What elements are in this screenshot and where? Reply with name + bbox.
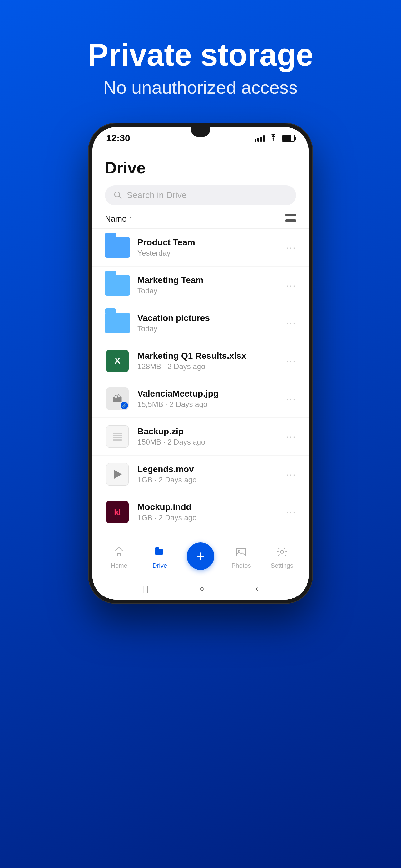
list-item[interactable]: X Marketing Q1 Results.xlsx 128MB · 2 Da… [93,342,308,380]
hero-section: Private storage No unauthorized access [88,0,313,123]
zip-lines [113,433,122,440]
file-meta: 128MB · 2 Days ago [137,362,278,371]
battery-icon [282,135,295,142]
list-item[interactable]: Id Mockup.indd 1GB · 2 Days ago ··· [93,493,308,531]
nav-label-home: Home [111,562,127,569]
zip-line [113,437,122,438]
video-icon [106,463,129,486]
more-options-icon[interactable]: ··· [286,317,296,329]
folder-icon-wrap [105,273,130,298]
nav-label-drive: Drive [153,562,167,569]
svg-point-8 [238,550,240,552]
file-meta: Yesterday [137,249,278,257]
more-options-icon[interactable]: ··· [286,355,296,367]
search-bar[interactable]: Search in Drive [105,185,296,205]
signal-bar-2 [257,138,259,142]
indd-icon: Id [106,501,129,523]
file-name: Legends.mov [137,464,278,474]
file-info: Mockup.indd 1GB · 2 Days ago [137,502,278,522]
svg-rect-6 [155,548,159,549]
phone-mockup: 12:30 [88,123,313,604]
list-item[interactable]: Vacation pictures Today ··· [93,304,308,342]
file-info: Marketing Q1 Results.xlsx 128MB · 2 Days… [137,351,278,371]
folder-icon-wrap [105,235,130,260]
file-meta: Today [137,324,278,333]
file-meta: 1GB · 2 Days ago [137,475,278,484]
folder-icon-wrap [105,311,130,336]
file-name: Backup.zip [137,427,278,436]
excel-icon-wrap: X [105,348,130,373]
file-meta: Today [137,286,278,295]
folder-icon [105,275,130,296]
sort-bar: Name ↑ [93,210,308,229]
file-meta: 15,5MB · 2 Days ago [137,400,278,409]
back-button[interactable]: ‹ [256,584,258,593]
recents-button[interactable]: ||| [143,584,149,593]
settings-icon [276,546,288,560]
file-info: Marketing Team Today [137,275,278,295]
indd-icon-wrap: Id [105,500,130,525]
signal-bar-4 [263,135,265,142]
nav-label-settings: Settings [271,562,293,569]
file-info: Backup.zip 150MB · 2 Days ago [137,427,278,446]
svg-point-0 [273,140,274,141]
nav-label-photos: Photos [231,562,251,569]
bottom-nav: Home Drive + [93,537,308,578]
file-list: Product Team Yesterday ··· Marketing Tea… [93,229,308,537]
list-item[interactable]: Legends.mov 1GB · 2 Days ago ··· [93,456,308,493]
list-item[interactable]: 🏔 🔗 ValenciaMeetup.jpg 15,5MB · 2 Days a… [93,380,308,418]
svg-line-2 [119,196,121,198]
app-content: Drive Search in Drive Name [93,149,308,599]
sort-arrow: ↑ [129,215,132,223]
wifi-icon [269,134,277,143]
more-options-icon[interactable]: ··· [286,469,296,480]
excel-icon: X [106,350,129,372]
status-time: 12:30 [106,133,130,144]
hero-subtitle: No unauthorized access [88,77,313,98]
search-placeholder: Search in Drive [127,190,187,200]
file-name: Vacation pictures [137,313,278,323]
battery-fill [282,135,291,141]
file-info: ValenciaMeetup.jpg 15,5MB · 2 Days ago [137,389,278,409]
signal-bar-3 [260,136,262,142]
file-meta: 1GB · 2 Days ago [137,514,278,522]
image-icon-wrap: 🏔 🔗 [105,386,130,411]
nav-item-photos[interactable]: Photos [226,546,257,569]
file-name: Marketing Q1 Results.xlsx [137,351,278,361]
nav-item-settings[interactable]: Settings [266,546,298,569]
nav-item-drive[interactable]: Drive [144,546,175,569]
sort-name: Name [105,214,127,224]
file-info: Product Team Yesterday [137,238,278,257]
view-toggle-icon[interactable] [286,213,296,224]
link-badge: 🔗 [121,402,128,409]
fab-add-button[interactable]: + [187,542,214,570]
file-info: Vacation pictures Today [137,313,278,333]
list-item[interactable]: Marketing Team Today ··· [93,267,308,304]
more-options-icon[interactable]: ··· [286,393,296,405]
video-icon-wrap [105,462,130,487]
sort-label[interactable]: Name ↑ [105,214,132,224]
zip-line [113,435,122,436]
zip-icon [106,425,129,448]
zip-line [113,433,122,434]
home-icon [113,546,125,560]
more-options-icon[interactable]: ··· [286,506,296,518]
home-button[interactable]: ○ [200,584,205,593]
image-icon: 🏔 🔗 [106,388,129,410]
signal-icon [255,135,265,142]
zip-icon-wrap [105,424,130,449]
more-options-icon[interactable]: ··· [286,280,296,291]
phone-screen: 12:30 [93,127,308,599]
more-options-icon[interactable]: ··· [286,431,296,442]
file-name: Marketing Team [137,275,278,285]
folder-icon [105,237,130,258]
folder-icon [105,313,130,333]
nav-item-home[interactable]: Home [103,546,135,569]
list-item[interactable]: Backup.zip 150MB · 2 Days ago ··· [93,418,308,456]
more-options-icon[interactable]: ··· [286,242,296,253]
link-icon: 🔗 [122,403,127,408]
list-item[interactable]: Product Team Yesterday ··· [93,229,308,267]
nav-item-add[interactable]: + [185,542,216,573]
signal-bar-1 [255,139,257,142]
svg-point-9 [280,550,283,553]
